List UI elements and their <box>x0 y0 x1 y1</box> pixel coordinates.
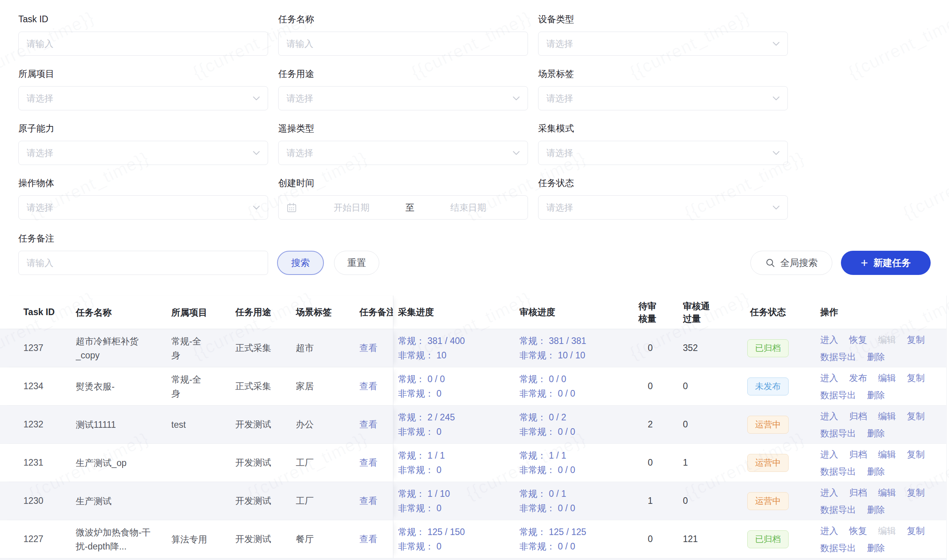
table-row: 1230 生产测试 开发测试 工厂 查看 常规： 1 / 10 非常规： 0 常… <box>0 482 946 520</box>
project-select[interactable]: 请选择 <box>18 86 268 110</box>
placeholder-text: 请输入 <box>286 38 520 50</box>
task_id-input[interactable]: 请输入 <box>18 32 268 56</box>
reset-button[interactable]: 重置 <box>334 251 379 275</box>
create-task-button[interactable]: + 新建任务 <box>841 251 931 275</box>
placeholder-text: 请选择 <box>27 92 253 105</box>
device_type-select[interactable]: 请选择 <box>538 32 788 56</box>
cell-collect-progress: 常规： 2 / 245 非常规： 0 <box>393 406 519 443</box>
action-delete[interactable]: 删除 <box>867 426 885 440</box>
action-enter[interactable]: 进入 <box>820 524 838 538</box>
field-label: 原子能力 <box>18 123 268 134</box>
cell-actions: 进入发布编辑复制数据导出删除 <box>814 367 946 405</box>
action-enter[interactable]: 进入 <box>820 409 838 423</box>
view-remark-link[interactable]: 查看 <box>359 495 377 507</box>
action-copy[interactable]: 复制 <box>907 486 925 500</box>
action-copy[interactable]: 复制 <box>907 371 925 385</box>
action-enter[interactable]: 进入 <box>820 371 838 385</box>
task_remark-input[interactable]: 请输入 <box>18 251 268 275</box>
action-publish[interactable]: 发布 <box>849 371 867 385</box>
action-edit: 编辑 <box>878 524 896 538</box>
action-archive[interactable]: 归档 <box>849 447 867 461</box>
cell-project: 常规-全身 <box>171 367 235 405</box>
chevron-down-icon <box>513 151 520 155</box>
action-export[interactable]: 数据导出 <box>820 426 856 440</box>
filter-field-scene_tag: 场景标签 请选择 <box>538 69 788 110</box>
action-edit: 编辑 <box>878 333 896 347</box>
chevron-down-icon <box>773 96 780 101</box>
action-copy[interactable]: 复制 <box>907 524 925 538</box>
collect_mode-select[interactable]: 请选择 <box>538 141 788 165</box>
object-select[interactable]: 请选择 <box>18 195 268 220</box>
cell-pending-count: 0 <box>638 444 683 482</box>
filter-panel: Task ID 请输入 任务名称 请输入 设备类型 请选择 所属项目 请选择 任… <box>0 0 949 275</box>
view-remark-link[interactable]: 查看 <box>359 457 377 469</box>
view-remark-link[interactable]: 查看 <box>359 418 377 431</box>
action-archive[interactable]: 归档 <box>849 486 867 500</box>
action-export[interactable]: 数据导出 <box>820 388 856 402</box>
action-delete[interactable]: 删除 <box>867 388 885 402</box>
filter-field-atomic: 原子能力 请选择 <box>18 123 268 165</box>
date-separator: 至 <box>403 202 417 214</box>
cell-passed-count: 0 <box>683 482 722 520</box>
cell-pending-count: 0 <box>638 329 683 367</box>
view-remark-link[interactable]: 查看 <box>359 342 377 354</box>
atomic-select[interactable]: 请选择 <box>18 141 268 165</box>
cell-purpose: 开发测试 <box>235 406 296 443</box>
placeholder-text: 请选择 <box>546 38 773 50</box>
action-delete[interactable]: 删除 <box>867 541 885 555</box>
action-enter[interactable]: 进入 <box>820 333 838 347</box>
action-copy[interactable]: 复制 <box>907 409 925 423</box>
field-label: 遥操类型 <box>278 123 528 134</box>
action-delete[interactable]: 删除 <box>867 503 885 517</box>
action-edit[interactable]: 编辑 <box>878 409 896 423</box>
start-date-placeholder[interactable]: 开始日期 <box>300 202 403 214</box>
action-delete[interactable]: 删除 <box>867 464 885 478</box>
cell-project: 算法专用 <box>171 520 235 558</box>
view-remark-link[interactable]: 查看 <box>359 380 377 392</box>
action-enter[interactable]: 进入 <box>820 447 838 461</box>
cell-task-name: 熨烫衣服- <box>76 367 171 405</box>
action-enter[interactable]: 进入 <box>820 486 838 500</box>
cell-remark: 查看 <box>359 444 393 482</box>
table-row-partial <box>0 558 946 560</box>
action-export[interactable]: 数据导出 <box>820 541 856 555</box>
placeholder-text: 请选择 <box>546 147 773 159</box>
action-export[interactable]: 数据导出 <box>820 350 856 364</box>
field-label: 场景标签 <box>538 69 788 79</box>
task_status-select[interactable]: 请选择 <box>538 195 788 220</box>
date-range-input[interactable]: 开始日期 至 结束日期 <box>278 195 528 220</box>
col-header-review-progress: 审核进度 <box>519 296 638 329</box>
cell-passed-count: 0 <box>683 406 722 443</box>
status-badge: 未发布 <box>747 377 789 395</box>
search-button[interactable]: 搜索 <box>277 251 324 275</box>
filter-field-object: 操作物体 请选择 <box>18 178 268 220</box>
chevron-down-icon <box>253 96 260 101</box>
scene_tag-select[interactable]: 请选择 <box>538 86 788 110</box>
action-edit[interactable]: 编辑 <box>878 371 896 385</box>
filter-field-device_type: 设备类型 请选择 <box>538 14 788 56</box>
action-edit[interactable]: 编辑 <box>878 447 896 461</box>
action-export[interactable]: 数据导出 <box>820 464 856 478</box>
filter-grid: Task ID 请输入 任务名称 请输入 设备类型 请选择 所属项目 请选择 任… <box>18 14 931 220</box>
teleop_type-select[interactable]: 请选择 <box>278 141 528 165</box>
cell-passed-count: 0 <box>683 367 722 405</box>
end-date-placeholder[interactable]: 结束日期 <box>417 202 520 214</box>
global-search-button[interactable]: 全局搜索 <box>750 251 832 275</box>
view-remark-link[interactable]: 查看 <box>359 533 377 545</box>
cell-project <box>171 482 235 520</box>
cell-collect-progress: 常规： 0 / 0 非常规： 0 <box>393 367 519 405</box>
action-copy[interactable]: 复制 <box>907 447 925 461</box>
cell-scene-tag: 餐厅 <box>296 520 359 558</box>
action-delete[interactable]: 删除 <box>867 350 885 364</box>
task_name-input[interactable]: 请输入 <box>278 32 528 56</box>
action-export[interactable]: 数据导出 <box>820 503 856 517</box>
purpose-select[interactable]: 请选择 <box>278 86 528 110</box>
action-restore[interactable]: 恢复 <box>849 333 867 347</box>
action-copy[interactable]: 复制 <box>907 333 925 347</box>
cell-scene-tag: 办公 <box>296 406 359 443</box>
cell-remark: 查看 <box>359 520 393 558</box>
action-restore[interactable]: 恢复 <box>849 524 867 538</box>
action-archive[interactable]: 归档 <box>849 409 867 423</box>
chevron-down-icon <box>253 206 260 210</box>
action-edit[interactable]: 编辑 <box>878 486 896 500</box>
